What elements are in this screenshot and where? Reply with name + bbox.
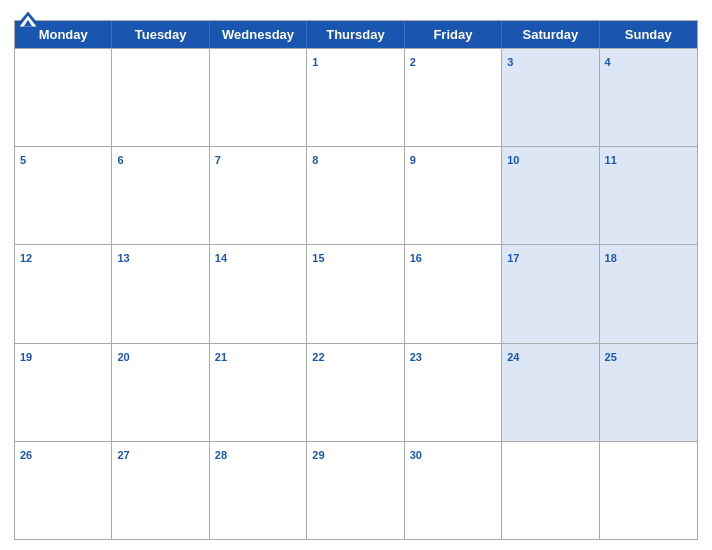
day-number: 5 [20,154,26,166]
day-of-week-sunday: Sunday [600,21,697,48]
day-number: 27 [117,449,129,461]
day-cell-16: 16 [405,245,502,342]
day-cell-22: 22 [307,344,404,441]
day-cell-6: 6 [112,147,209,244]
calendar: MondayTuesdayWednesdayThursdayFridaySatu… [14,20,698,540]
day-number: 18 [605,252,617,264]
calendar-row-1: 1234 [15,48,697,146]
day-cell-25: 25 [600,344,697,441]
day-number: 3 [507,56,513,68]
day-number: 17 [507,252,519,264]
day-cell-23: 23 [405,344,502,441]
page-header [14,10,698,14]
calendar-row-3: 12131415161718 [15,244,697,342]
day-number: 9 [410,154,416,166]
logo-icon [14,10,42,28]
day-cell-1: 1 [307,49,404,146]
day-number: 26 [20,449,32,461]
day-number: 12 [20,252,32,264]
day-cell-17: 17 [502,245,599,342]
day-number: 29 [312,449,324,461]
day-number: 21 [215,351,227,363]
day-number: 15 [312,252,324,264]
day-cell-9: 9 [405,147,502,244]
day-cell-7: 7 [210,147,307,244]
calendar-row-4: 19202122232425 [15,343,697,441]
day-of-week-saturday: Saturday [502,21,599,48]
day-number: 22 [312,351,324,363]
logo [14,10,42,28]
day-number: 23 [410,351,422,363]
day-of-week-tuesday: Tuesday [112,21,209,48]
day-cell-29: 29 [307,442,404,539]
day-cell-19: 19 [15,344,112,441]
day-cell-28: 28 [210,442,307,539]
day-number: 20 [117,351,129,363]
day-of-week-wednesday: Wednesday [210,21,307,48]
day-number: 11 [605,154,617,166]
day-cell-4: 4 [600,49,697,146]
calendar-row-2: 567891011 [15,146,697,244]
day-cell-8: 8 [307,147,404,244]
day-cell-15: 15 [307,245,404,342]
day-number: 7 [215,154,221,166]
day-number: 6 [117,154,123,166]
day-number: 1 [312,56,318,68]
calendar-row-5: 2627282930 [15,441,697,539]
day-of-week-thursday: Thursday [307,21,404,48]
day-cell-18: 18 [600,245,697,342]
day-cell-13: 13 [112,245,209,342]
empty-cell [210,49,307,146]
day-number: 4 [605,56,611,68]
day-number: 14 [215,252,227,264]
day-cell-3: 3 [502,49,599,146]
day-of-week-friday: Friday [405,21,502,48]
empty-cell [112,49,209,146]
day-number: 24 [507,351,519,363]
empty-cell [15,49,112,146]
day-number: 13 [117,252,129,264]
day-cell-11: 11 [600,147,697,244]
day-number: 25 [605,351,617,363]
day-number: 30 [410,449,422,461]
calendar-body: 1234567891011121314151617181920212223242… [15,48,697,539]
day-cell-24: 24 [502,344,599,441]
calendar-page: MondayTuesdayWednesdayThursdayFridaySatu… [0,0,712,550]
day-cell-5: 5 [15,147,112,244]
calendar-header: MondayTuesdayWednesdayThursdayFridaySatu… [15,21,697,48]
day-cell-12: 12 [15,245,112,342]
empty-cell [502,442,599,539]
day-cell-10: 10 [502,147,599,244]
day-cell-21: 21 [210,344,307,441]
day-number: 10 [507,154,519,166]
day-cell-30: 30 [405,442,502,539]
day-cell-2: 2 [405,49,502,146]
day-cell-20: 20 [112,344,209,441]
day-cell-14: 14 [210,245,307,342]
day-cell-26: 26 [15,442,112,539]
day-number: 16 [410,252,422,264]
day-number: 8 [312,154,318,166]
day-number: 19 [20,351,32,363]
day-number: 2 [410,56,416,68]
empty-cell [600,442,697,539]
day-cell-27: 27 [112,442,209,539]
day-number: 28 [215,449,227,461]
